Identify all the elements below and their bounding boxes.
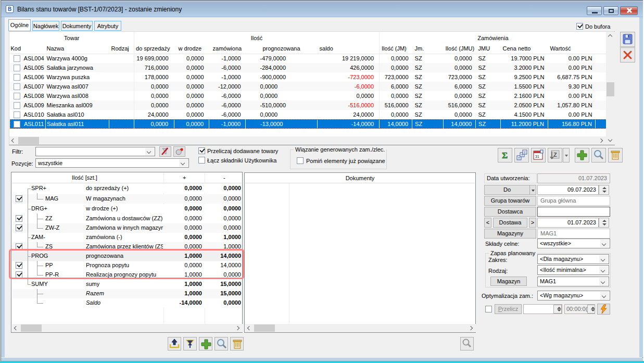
- tree-toolbar-search-button[interactable]: [214, 337, 228, 351]
- grid-vscrollbar[interactable]: [606, 32, 615, 145]
- toolbar-search-button[interactable]: [591, 148, 606, 162]
- grid-row[interactable]: ASL004Warzywa 4000g19 699,00000,0000-1,0…: [10, 54, 607, 63]
- toolbar-sort-z-button[interactable]: Z: [548, 148, 562, 162]
- tree-row[interactable]: ZZZamówiona u dostawców (ZZ)0,00000,0000: [12, 214, 242, 223]
- magazyn-combobox[interactable]: MAG1: [537, 277, 609, 286]
- app-icon: B: [6, 5, 14, 13]
- docs-hscrollbar[interactable]: [245, 324, 476, 332]
- grupa-towarow-value[interactable]: Grupa główna: [537, 196, 610, 206]
- maximize-button[interactable]: [603, 6, 618, 15]
- grid-row[interactable]: ASL010Sałatka asl01024,00000,0000-6,0000…: [10, 110, 607, 119]
- tab-dokumenty[interactable]: Dokumenty: [61, 21, 93, 31]
- magazyny-value[interactable]: MAG1: [537, 229, 610, 239]
- lacz-skladniki-checkbox[interactable]: [198, 157, 205, 164]
- przelicz-checkbox[interactable]: [485, 306, 492, 312]
- tab-atrybuty[interactable]: Atrybuty: [94, 21, 121, 31]
- tree-row[interactable]: ZAM-zamówiona (-)0,00001,0000: [12, 233, 242, 242]
- grupa-towarow-button[interactable]: Grupa towarów: [484, 196, 536, 206]
- do-date-spinner[interactable]: [599, 185, 609, 195]
- tree-row[interactable]: Razem1,000015,0000: [12, 289, 242, 298]
- dostawa-date-field[interactable]: 01.07.2023: [537, 218, 599, 228]
- toolbar-add-button[interactable]: [575, 148, 589, 162]
- close-icon: [621, 48, 635, 62]
- grid-row[interactable]: ASL008Warzywa asl0080,00000,0000-6,00000…: [10, 91, 607, 101]
- row-checkbox[interactable]: [14, 74, 20, 81]
- grid-row[interactable]: ASL007Warzywa asl0070,00000,0000-12,0000…: [10, 82, 607, 91]
- do-date-field[interactable]: 09.07.2023: [537, 185, 599, 195]
- tree-toolbar-delete-button[interactable]: [230, 337, 244, 351]
- svg-text:T: T: [518, 157, 520, 160]
- tree-row-checkbox[interactable]: [16, 215, 22, 222]
- add-icon: [199, 337, 212, 351]
- row-checkbox[interactable]: [14, 93, 20, 99]
- row-checkbox[interactable]: [14, 65, 20, 71]
- tree-toolbar-export-up-button[interactable]: [168, 337, 181, 351]
- tree-toolbar-export-down-button[interactable]: [183, 337, 197, 351]
- pozycje-combobox[interactable]: wszystkie: [35, 158, 189, 168]
- filter-label: Filtr:: [12, 148, 23, 155]
- time-spinner[interactable]: [587, 305, 595, 314]
- row-checkbox[interactable]: [14, 121, 20, 128]
- dostawca-value[interactable]: [537, 207, 610, 217]
- do-button[interactable]: Do: [484, 185, 530, 195]
- zakres-combobox[interactable]: <Dla magazynu>: [537, 254, 609, 264]
- lightning-button[interactable]: [597, 304, 610, 315]
- save-button[interactable]: [620, 32, 635, 47]
- docs-search-button[interactable]: [460, 337, 474, 351]
- magazyny-button[interactable]: Magazyny: [484, 229, 536, 239]
- filter-wizard-button[interactable]: [173, 146, 185, 157]
- dostawca-button[interactable]: Dostawca: [484, 207, 536, 217]
- tree-row[interactable]: ZW-ZZamówiona w innych magazyna0,00000,0…: [12, 223, 242, 233]
- przeliczaj-checkbox[interactable]: [198, 147, 205, 154]
- tree-row[interactable]: DRG+w drodze (+)0,00000,0000: [12, 204, 242, 214]
- pomin-checkbox[interactable]: [297, 157, 304, 164]
- row-checkbox[interactable]: [14, 55, 20, 62]
- tree-hscrollbar[interactable]: [12, 324, 243, 332]
- toolbar-calendar-button[interactable]: 31: [531, 148, 546, 162]
- svg-text:T: T: [524, 151, 526, 154]
- optymalizacja-combobox[interactable]: <Wg magazynu>: [537, 291, 610, 301]
- tree-row[interactable]: MAGW magazynach0,00000,0000: [12, 194, 242, 204]
- cancel-button[interactable]: [620, 47, 635, 62]
- magazyn-button[interactable]: Magazyn: [490, 277, 527, 286]
- tab-ogolne[interactable]: Ogólne: [8, 19, 31, 31]
- dostawa-next-button[interactable]: >: [529, 218, 536, 228]
- lightning-icon: [598, 304, 610, 314]
- grid-row[interactable]: ASL009Mieszanka asl0090,00000,0000-6,000…: [10, 101, 607, 110]
- tree-row[interactable]: SPR+do sprzedaży (+)0,00000,0000: [12, 184, 242, 193]
- grid-hscrollbar[interactable]: [9, 136, 606, 145]
- toolbar-chart-t-button[interactable]: TTT: [514, 148, 529, 162]
- tree-row-checkbox[interactable]: [16, 195, 22, 202]
- filter-edit-button[interactable]: [159, 146, 171, 157]
- minimize-button[interactable]: [587, 6, 602, 15]
- items-grid[interactable]: TowarIlośćZamówieniaKodNazwaRodzajdo spr…: [9, 32, 607, 129]
- calendar-icon: 31: [532, 148, 545, 162]
- grid-row[interactable]: ASL006Warzywa puszka178,00000,0000-1,000…: [10, 72, 607, 82]
- sklady-celne-combobox[interactable]: <wszystkie>: [537, 239, 610, 248]
- row-checkbox[interactable]: [14, 83, 20, 90]
- toolbar-sort-dropdown[interactable]: [563, 148, 570, 162]
- grid-row[interactable]: ASL005Sałatka jarzynowa716,00000,0000-6,…: [10, 63, 607, 72]
- close-button[interactable]: [620, 6, 638, 15]
- tree-row[interactable]: Saldo-14,00000,0000: [12, 298, 242, 308]
- tree-toolbar-add-button[interactable]: [199, 337, 212, 351]
- tree-header: Ilość [szt.]: [72, 174, 97, 181]
- row-checkbox[interactable]: [14, 102, 20, 109]
- grid-row[interactable]: ASL011Sałatka asl0110,00000,0000-1,0000-…: [10, 119, 607, 129]
- do-dropdown-button[interactable]: [529, 185, 536, 195]
- dostawa-date-spinner[interactable]: [599, 218, 609, 228]
- dostawa-button[interactable]: Dostawa: [493, 218, 527, 228]
- row-checkbox[interactable]: [14, 111, 20, 118]
- toolbar-sum-button[interactable]: Σ: [498, 148, 512, 162]
- przelicz-count-spinner[interactable]: [553, 305, 562, 314]
- tab-naglowek[interactable]: Nagłówek: [32, 21, 59, 31]
- dostawa-prev-button[interactable]: <: [484, 218, 491, 228]
- toolbar-delete-button[interactable]: [608, 148, 623, 162]
- tree-row[interactable]: SUMYsumy1,000015,0000: [12, 280, 242, 289]
- do-bufora-checkbox[interactable]: [576, 23, 583, 30]
- rodzaj-label: Rodzaj:: [488, 268, 508, 274]
- przelicz-button[interactable]: Przelicz: [495, 304, 522, 314]
- filter-combobox[interactable]: [35, 147, 155, 156]
- rodzaj-combobox[interactable]: <Ilość minimalna>: [537, 265, 609, 275]
- tree-row-checkbox[interactable]: [16, 224, 22, 231]
